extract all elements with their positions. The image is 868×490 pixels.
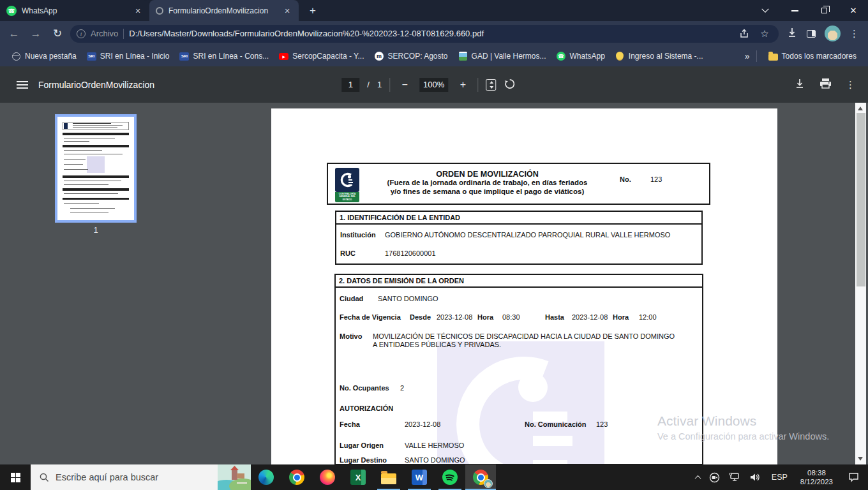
bookmarks-bar: Nueva pestaña SRI SRI en Línea - Inicio … <box>0 46 868 66</box>
tab-formulario-pdf[interactable]: FormularioOrdenMovilizacion ✕ <box>149 0 299 21</box>
bookmark-sri-inicio[interactable]: SRI SRI en Línea - Inicio <box>82 49 175 64</box>
restore-icon <box>821 8 827 13</box>
page-info-icon[interactable]: i <box>77 29 86 38</box>
language-indicator[interactable]: ESP <box>765 464 794 490</box>
pdf-menu-icon[interactable] <box>17 81 28 89</box>
order-number-label: No. <box>620 175 631 183</box>
taskbar-search-box[interactable] <box>31 464 251 490</box>
zoom-in-button[interactable]: + <box>456 79 470 91</box>
profile-avatar[interactable] <box>825 26 841 41</box>
origen-value: VALLE HERMOSO <box>405 442 464 449</box>
pdf-more-options-icon[interactable]: ⋮ <box>846 79 855 91</box>
address-scheme-label: Archivo <box>91 29 118 38</box>
taskbar-clock[interactable]: 08:38 8/12/2023 <box>794 464 839 490</box>
scrollbar-thumb[interactable] <box>857 113 865 286</box>
destino-value: SANTO DOMINGO <box>405 456 465 464</box>
bookmark-label: SRI en Línea - Inicio <box>100 52 170 61</box>
volume-icon[interactable] <box>745 464 765 490</box>
scroll-up-arrow[interactable] <box>858 107 863 110</box>
cge-logo-caption: CONTRALORÍA GENERAL DEL ESTADO <box>335 192 359 202</box>
bookmark-gad-valle-hermoso[interactable]: GAD | Valle Hermos... <box>453 49 551 64</box>
bookmark-star-icon[interactable]: ☆ <box>757 28 772 40</box>
whatsapp-icon: ☎ <box>556 52 565 61</box>
pdf-document-title: FormularioOrdenMovilizacion <box>38 80 154 90</box>
taskbar-excel[interactable]: X <box>343 464 373 490</box>
browser-menu-icon[interactable]: ⋮ <box>849 28 859 40</box>
search-input[interactable] <box>56 472 190 482</box>
bookmark-sercop-agosto[interactable]: m SERCOP: Agosto <box>370 49 453 64</box>
taskbar-spotify[interactable] <box>435 464 465 490</box>
close-tab-icon[interactable]: ✕ <box>282 6 292 16</box>
zoom-level-input[interactable]: 100% <box>419 78 448 92</box>
bookmarks-overflow-chevron[interactable]: » <box>745 51 750 61</box>
taskbar-edge[interactable] <box>251 464 281 490</box>
fit-page-icon[interactable] <box>486 79 496 91</box>
bookmark-sercopcapacita[interactable]: ▶ SercopCapacita - Y... <box>274 49 369 64</box>
taskbar-chrome[interactable] <box>281 464 312 490</box>
network-icon[interactable] <box>724 464 745 490</box>
reload-button[interactable]: ↻ <box>49 25 66 43</box>
taskbar-chrome-active[interactable] <box>465 464 496 490</box>
form-title-block: ORDEN DE MOVILIZACIÓN (Fuera de la jorna… <box>366 164 608 204</box>
taskbar-word[interactable]: W <box>404 464 435 490</box>
crest-icon <box>615 52 625 61</box>
sri-icon: SRI <box>179 52 189 61</box>
all-bookmarks-button[interactable]: Todos los marcadores <box>763 49 862 64</box>
page-1-thumbnail[interactable] <box>55 114 137 223</box>
action-center-icon[interactable] <box>839 464 868 490</box>
minimize-button[interactable] <box>780 0 809 21</box>
zoom-out-button[interactable]: − <box>398 79 412 91</box>
address-bar[interactable]: i Archivo D:/Users/Master/Downloads/Form… <box>70 25 779 43</box>
clock-time: 08:38 <box>800 468 833 477</box>
desde-value: 2023-12-08 <box>437 313 472 321</box>
sri-icon: SRI <box>87 52 96 61</box>
hidden-icons-chevron[interactable] <box>691 464 705 490</box>
section1-title: 1. IDENTIFICACIÓN DE LA ENTIDAD <box>336 212 701 225</box>
vertical-scrollbar[interactable] <box>855 103 866 464</box>
comunicacion-value: 123 <box>596 420 608 428</box>
taskbar-file-explorer[interactable] <box>373 464 404 490</box>
bing-daily-image[interactable] <box>218 464 251 490</box>
side-panel-icon[interactable] <box>807 30 816 38</box>
bookmark-sri-consultas[interactable]: SRI SRI en Línea - Cons... <box>174 49 274 64</box>
chevron-up-icon <box>694 475 701 481</box>
sercop-icon: m <box>375 52 384 61</box>
phone-glyph: ☎ <box>8 8 15 14</box>
toolbar-divider <box>389 78 390 92</box>
bookmark-whatsapp[interactable]: ☎ WhatsApp <box>551 49 610 64</box>
rotate-icon[interactable] <box>504 78 516 92</box>
forward-button[interactable]: → <box>27 25 45 43</box>
tab-whatsapp[interactable]: ☎ WhatsApp ✕ <box>0 0 149 21</box>
share-icon[interactable] <box>737 29 752 39</box>
tab-search-chevron-icon[interactable] <box>751 0 780 21</box>
taskbar-firefox[interactable] <box>312 464 343 490</box>
start-button[interactable] <box>0 464 31 490</box>
clock-date: 8/12/2023 <box>800 477 833 486</box>
ocupantes-label: No. Ocupantes <box>340 384 389 392</box>
chrome-icon <box>289 470 304 485</box>
back-button[interactable]: ← <box>5 25 23 43</box>
bookmark-label: GAD | Valle Hermos... <box>472 52 546 61</box>
pdf-download-icon[interactable] <box>794 78 805 92</box>
bookmark-ingreso-sistema[interactable]: Ingreso al Sistema -... <box>610 49 708 64</box>
hora-hasta-value: 12:00 <box>639 313 657 321</box>
cge-monogram-icon <box>335 168 359 192</box>
page-number-input[interactable]: 1 <box>341 78 359 92</box>
bookmark-nueva-pestana[interactable]: Nueva pestaña <box>6 49 82 64</box>
downloads-icon[interactable] <box>786 27 798 41</box>
close-tab-icon[interactable]: ✕ <box>133 6 143 16</box>
thumbnail-page-number: 1 <box>55 225 137 235</box>
search-icon <box>40 473 49 482</box>
meet-now-icon[interactable] <box>705 464 724 490</box>
ciudad-value: SANTO DOMINGO <box>378 295 438 302</box>
form-number-block: No. 123 <box>608 164 709 204</box>
close-window-button[interactable]: ✕ <box>839 0 868 21</box>
new-tab-button[interactable]: + <box>305 4 320 17</box>
ruc-value: 1768120600001 <box>385 249 436 257</box>
bookmark-label: SRI en Línea - Cons... <box>193 52 269 61</box>
scroll-down-arrow[interactable] <box>858 457 863 461</box>
pdf-print-icon[interactable] <box>819 78 832 92</box>
address-url-text[interactable]: D:/Users/Master/Downloads/FormularioOrde… <box>129 29 731 38</box>
restore-button[interactable] <box>809 0 839 21</box>
bookmark-label: SERCOP: Agosto <box>388 52 448 61</box>
